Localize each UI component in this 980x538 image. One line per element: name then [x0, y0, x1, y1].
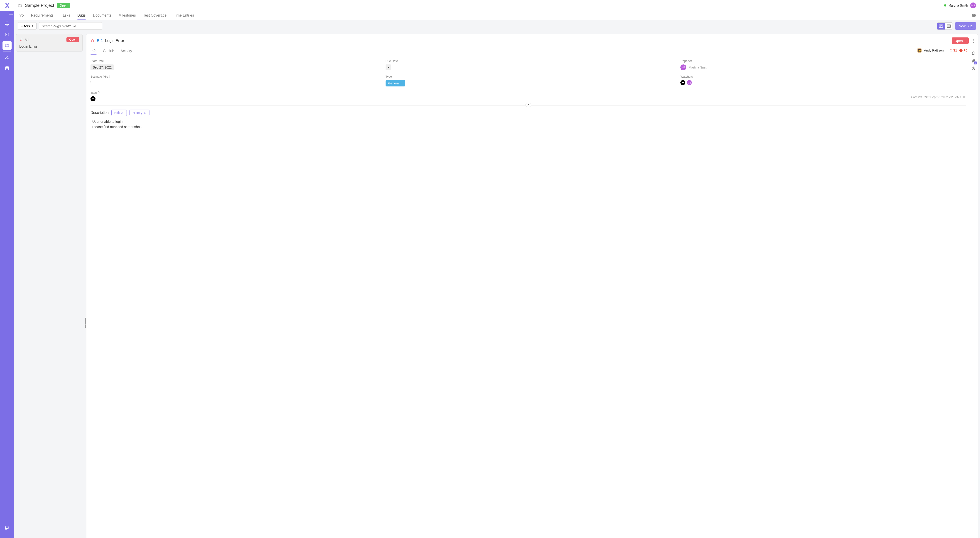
svg-point-11 [973, 39, 974, 40]
project-title: Sample Project [25, 3, 54, 8]
status-dropdown[interactable]: Open ⌄ [951, 37, 969, 44]
user-icon [5, 55, 9, 60]
list-view-button[interactable] [945, 23, 953, 29]
field-start-date: Start Date Sep 27, 2022 [91, 59, 377, 70]
chevron-down-icon: ⌄ [945, 49, 947, 52]
chat-icon [5, 525, 10, 530]
field-watchers: Watchers + MS [680, 75, 966, 86]
current-user-name[interactable]: Martina Smith [948, 4, 968, 7]
bug-list-title: Login Error [19, 45, 79, 49]
view-toggle [937, 22, 953, 30]
attachment-count-badge: 1 [974, 62, 977, 64]
field-due-date: Due Date - [385, 59, 671, 70]
svg-rect-8 [947, 25, 950, 27]
subtab-activity[interactable]: Activity [121, 47, 132, 55]
sidebar [0, 0, 14, 538]
right-rail: 1 [969, 48, 978, 74]
current-user-avatar[interactable]: MS [970, 3, 976, 8]
edit-description-button[interactable]: Edit [111, 110, 127, 116]
sidebar-item-projects[interactable] [3, 41, 11, 50]
tab-milestones[interactable]: Milestones [119, 11, 136, 19]
filter-bar: Filters ▼ New Bug [14, 20, 980, 32]
new-bug-button[interactable]: New Bug [955, 22, 976, 30]
svg-point-12 [973, 40, 974, 41]
estimate-value[interactable]: 0 [91, 80, 92, 84]
chevron-down-icon: ⌄ [401, 82, 402, 85]
assignee-avatar: 🧔 [917, 48, 922, 53]
due-date-value[interactable]: - [385, 64, 391, 70]
type-dropdown[interactable]: General ⌄ [385, 80, 406, 86]
field-tags: Tags + [91, 91, 377, 101]
svg-point-1 [6, 56, 8, 57]
tab-documents[interactable]: Documents [93, 11, 111, 19]
chevron-up-icon [527, 104, 530, 106]
search-input[interactable] [39, 22, 102, 30]
priority-badge[interactable]: P0 [959, 49, 967, 52]
start-date-value[interactable]: Sep 27, 2022 [91, 64, 114, 70]
sidebar-item-users[interactable] [3, 53, 11, 62]
tab-test-coverage[interactable]: Test Coverage [143, 11, 167, 19]
bug-icon [91, 39, 95, 43]
sidebar-collapse-toggle[interactable] [0, 13, 14, 16]
tab-requirements[interactable]: Requirements [31, 11, 54, 19]
more-actions-button[interactable] [973, 39, 974, 43]
description-label: Description [91, 111, 109, 115]
report-icon [5, 66, 9, 70]
svg-point-10 [92, 40, 94, 42]
bug-list-pane: B-1 Open Login Error [14, 32, 84, 538]
bug-title: Login Error [105, 38, 124, 43]
app-logo[interactable] [0, 0, 14, 11]
svg-rect-6 [939, 25, 941, 27]
history-icon [144, 112, 146, 114]
description-text: User unable to login. Please find attach… [91, 119, 966, 129]
subtab-info[interactable]: Info [91, 47, 97, 55]
sidebar-item-chat[interactable] [3, 524, 11, 533]
comments-button[interactable] [971, 51, 975, 55]
comment-icon [971, 51, 975, 55]
chevron-down-icon: ⌄ [964, 40, 966, 42]
tab-tasks[interactable]: Tasks [61, 11, 70, 19]
severity-badge[interactable]: S1 [950, 49, 957, 52]
filters-button[interactable]: Filters ▼ [18, 22, 37, 30]
sidebar-item-notifications[interactable] [3, 19, 11, 28]
bug-icon [19, 38, 23, 42]
add-tag-button[interactable]: + [91, 96, 95, 101]
watcher-avatar[interactable]: MS [687, 80, 692, 85]
pane-resize-handle[interactable] [84, 107, 86, 538]
svg-rect-15 [961, 49, 961, 51]
svg-rect-16 [961, 51, 961, 51]
logo-icon [4, 2, 10, 9]
created-date: Created Date: Sep 27, 2022 7:28 AM UTC [911, 95, 966, 99]
tab-bugs[interactable]: Bugs [77, 11, 86, 19]
help-button[interactable]: ? [972, 13, 976, 18]
hamburger-icon [9, 13, 13, 16]
timer-icon [971, 67, 975, 70]
bug-id-link[interactable]: B-1 [97, 38, 103, 43]
split-view-button[interactable] [937, 23, 945, 29]
timer-button[interactable] [971, 67, 975, 70]
sidebar-item-reports[interactable] [3, 64, 11, 73]
tab-info[interactable]: Info [18, 11, 24, 19]
history-button[interactable]: History [129, 110, 150, 116]
field-type: Type General ⌄ [385, 75, 671, 86]
bug-detail-pane: B-1 Login Error Open ⌄ Info GitHub [86, 34, 978, 538]
project-status-badge: Open [57, 3, 70, 8]
collapse-toggle[interactable] [525, 103, 531, 107]
svg-text:?: ? [973, 14, 975, 17]
status-label: Open [955, 39, 963, 43]
folder-icon [5, 43, 9, 48]
nav-tabs: Info Requirements Tasks Bugs Documents M… [14, 11, 980, 20]
tab-time-entries[interactable]: Time Entries [174, 11, 194, 19]
field-estimate: Estimate (Hrs.) 0 [91, 75, 377, 86]
attachments-button[interactable]: 1 [971, 59, 975, 63]
reporter-avatar: MS [680, 64, 686, 70]
add-watcher-button[interactable]: + [680, 80, 686, 85]
sidebar-item-dashboard[interactable] [3, 30, 11, 39]
subtab-github[interactable]: GitHub [103, 47, 114, 55]
pencil-icon [121, 112, 124, 114]
chevron-down-icon: ▼ [31, 25, 33, 27]
bug-list-item[interactable]: B-1 Open Login Error [16, 34, 83, 51]
field-reporter: Reporter MS Martina Smith [680, 59, 966, 70]
split-view-icon [939, 24, 943, 28]
assignee-dropdown[interactable]: 🧔 Andy Pattison ⌄ [917, 48, 947, 53]
